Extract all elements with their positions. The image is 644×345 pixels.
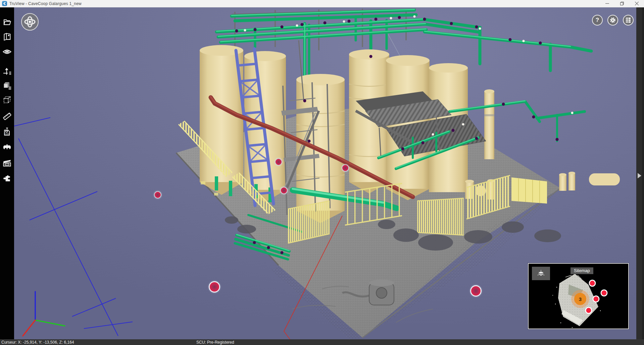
settings-gear-icon [609,17,616,24]
sitemap-scan-dot[interactable] [601,290,608,297]
panorama-view-button[interactable] [2,32,12,41]
status-bar: Curseur: X: -25,914, Y: -13,506, Z: 6,16… [0,339,644,345]
scan-list-icon [625,17,632,24]
vr-headset-icon [2,142,12,152]
panel-edge [642,7,644,339]
sitemap-panel: Sitemap 3 [528,263,629,329]
ruler-icon [2,112,12,121]
sitemap-scan-dot[interactable] [593,296,600,303]
view-cube-icon [2,80,12,90]
truview-window: ? TruView - CaveCoop Galarg [0,0,644,345]
sitemap-scan-dot[interactable] [585,307,592,314]
orbit-compass-icon [23,15,37,29]
clip-box-icon [2,95,12,105]
clapperboard-icon [2,158,12,167]
measure-button[interactable] [2,112,12,121]
coordinate-axes-button[interactable] [2,67,12,76]
help-button[interactable]: ? [592,15,603,26]
eye-icon [2,47,12,56]
open-folder-icon [3,17,12,27]
active-scan-number: 3 [579,296,582,302]
plugins-button[interactable] [2,173,12,183]
scu-status: SCU: Pre-Registered [196,340,234,345]
animation-button[interactable] [2,158,12,167]
collapsed-side-panel[interactable] [636,7,644,339]
panorama-view-icon [3,32,12,41]
view-cube-button[interactable] [2,80,12,90]
title-bar: TruView - CaveCoop Galargues 1_new [0,0,644,7]
svg-text:LGSX: LGSX [4,133,10,135]
clip-box-button[interactable] [2,95,12,105]
truview-logo [2,1,7,6]
restore-button[interactable] [614,0,629,7]
cursor-coordinates: Curseur: X: -25,914, Y: -13,506, Z: 6,16… [1,340,74,345]
scan-position-marker[interactable] [154,191,161,199]
scan-position-marker[interactable] [280,187,288,194]
lgsx-export-button[interactable]: LGSX [2,127,12,136]
scan-position-marker[interactable] [470,285,482,297]
window-title: TruView - CaveCoop Galargues 1_new [9,1,82,6]
minimize-button[interactable] [600,0,614,7]
scan-position-marker[interactable] [342,164,349,172]
home-view-cube-icon [537,269,545,278]
sitemap-scan-dot[interactable] [589,280,596,287]
scan-position-marker[interactable] [275,158,282,166]
tan-column [484,89,494,159]
sitemap-home-button[interactable] [532,267,550,280]
sitemap-title: Sitemap [571,267,593,274]
close-button[interactable] [629,0,644,7]
left-toolbar: LGSX [0,7,14,339]
puzzle-piece-icon [3,174,11,182]
open-project-button[interactable] [2,17,12,27]
sitemap-active-scan-marker[interactable]: 3 [574,293,586,305]
visibility-button[interactable] [2,47,12,56]
orbit-compass-button[interactable] [21,13,39,31]
settings-button[interactable] [607,15,618,26]
vr-headset-button[interactable] [2,142,12,152]
scan-position-marker[interactable] [209,281,220,293]
lgsx-export-icon: LGSX [2,127,12,136]
coordinate-axes-icon [2,67,12,76]
scan-list-button[interactable] [623,15,634,26]
help-icon: ? [596,17,599,24]
expand-panel-arrow[interactable] [638,173,641,178]
